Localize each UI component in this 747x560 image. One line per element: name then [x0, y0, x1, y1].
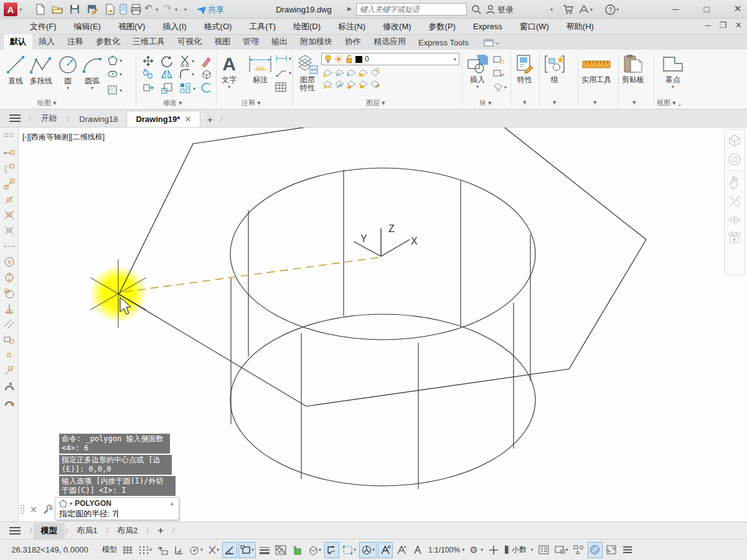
tab-layout2[interactable]: 布局2	[110, 523, 145, 539]
properties-button[interactable]: 特性	[514, 54, 535, 84]
zoom-extents-icon[interactable]	[727, 194, 742, 208]
ribbon-tab-home[interactable]: 默认	[4, 34, 32, 50]
layer-tool-row-2[interactable]	[322, 80, 380, 89]
ribbon-tab-annotate[interactable]: 注释	[61, 34, 90, 50]
command-line[interactable]: ▾ POLYGON ▲ 指定圆的半径: 7	[55, 497, 179, 520]
tab-drawing19[interactable]: Drawing19* ✕	[126, 111, 200, 127]
dynamic-ucs-icon[interactable]	[324, 542, 339, 558]
menu-modify[interactable]: 修改(M)	[374, 19, 420, 35]
redo-caret-icon[interactable]: ▾	[175, 7, 177, 12]
group-panel-label[interactable]: ▾	[553, 98, 557, 106]
ribbon-display-toggle-icon[interactable]	[484, 39, 500, 50]
tab-close-icon[interactable]: ✕	[184, 114, 191, 124]
command-options-caret-icon[interactable]: ▾	[70, 501, 72, 506]
annotation-scale-value[interactable]: 1:1/100% ▾	[426, 542, 466, 558]
tab-layout1[interactable]: 布局1	[69, 523, 105, 539]
ortho-mode-icon[interactable]	[171, 542, 186, 558]
snap-quadrant-icon[interactable]	[2, 270, 17, 285]
layer-properties-button[interactable]: 图层特性	[296, 54, 319, 92]
polar-tracking-icon[interactable]: ▾	[187, 542, 205, 558]
block-attributes-button[interactable]: ▾	[493, 82, 507, 92]
base-flyout-caret-icon[interactable]: ▾	[672, 84, 674, 90]
draw-panel-label[interactable]: 绘图 ▾	[37, 98, 57, 108]
snap-mode-icon[interactable]: ▾	[136, 542, 154, 558]
new-layout-button[interactable]: +	[150, 522, 171, 539]
search-input[interactable]	[356, 3, 467, 16]
menu-tools[interactable]: 工具(T)	[240, 19, 284, 35]
sign-in-label[interactable]: 登录	[497, 4, 514, 16]
snap-node-icon[interactable]	[2, 348, 17, 363]
table-button[interactable]	[275, 82, 286, 92]
isolate-objects-icon[interactable]	[571, 542, 586, 558]
circle-flyout-caret-icon[interactable]: ▾	[67, 85, 69, 91]
selection-filter-icon[interactable]: ▾	[341, 542, 358, 558]
print-icon[interactable]	[128, 2, 143, 17]
modify-panel-label[interactable]: 修改 ▾	[163, 98, 182, 108]
properties-panel-label[interactable]: ▾	[523, 98, 527, 106]
menu-parametric[interactable]: 参数(P)	[420, 19, 464, 35]
stretch-button[interactable]	[142, 82, 154, 93]
user-icon[interactable]	[483, 2, 498, 17]
utilities-panel-label[interactable]: ▾	[593, 98, 597, 106]
command-customize-wrench-icon[interactable]	[42, 504, 54, 515]
undo-icon[interactable]: ↶	[144, 2, 153, 14]
pan-hand-icon[interactable]	[727, 175, 742, 190]
save-icon[interactable]	[67, 2, 82, 17]
menu-window[interactable]: 窗口(W)	[511, 19, 558, 35]
snap-midpoint-icon[interactable]	[2, 177, 17, 192]
ribbon-tab-3dtools[interactable]: 三维工具	[126, 34, 171, 50]
close-button[interactable]: ✕	[727, 0, 747, 17]
app-store-cart-icon[interactable]	[560, 2, 575, 17]
selection-cycling-icon[interactable]	[289, 542, 304, 558]
help-caret-icon[interactable]: ▾	[616, 7, 619, 12]
offset-button[interactable]	[200, 82, 213, 93]
menu-express[interactable]: Express	[464, 19, 511, 34]
share-label[interactable]: 共享	[208, 4, 224, 16]
showmotion-icon[interactable]	[727, 231, 742, 245]
help-icon[interactable]: ?	[603, 2, 618, 17]
base-point-button[interactable]: 基点 ▾	[659, 54, 687, 90]
polyline-button[interactable]: 多段线	[29, 54, 54, 85]
snap-center-icon[interactable]	[2, 254, 17, 269]
customization-menu-icon[interactable]	[620, 542, 635, 558]
workspace-gear-icon[interactable]: ⚙ ▾	[467, 542, 485, 558]
move-button[interactable]	[142, 55, 154, 67]
arc-button[interactable]: 圆弧 ▾	[81, 54, 103, 91]
ribbon-tab-addins[interactable]: 附加模块	[294, 34, 339, 50]
steering-wheel-icon[interactable]	[727, 152, 742, 167]
gizmo-icon[interactable]: ▾	[359, 542, 377, 558]
new-file-icon[interactable]	[32, 2, 47, 17]
object-snap-icon[interactable]: ▾	[238, 542, 256, 558]
menu-draw[interactable]: 绘图(D)	[284, 19, 329, 35]
command-grip-icon[interactable]	[20, 505, 25, 515]
new-tab-button[interactable]: +	[200, 113, 219, 127]
menu-file[interactable]: 文件(F)	[21, 19, 65, 35]
snap-perpendicular-icon[interactable]	[2, 301, 17, 316]
snap-parallel-icon[interactable]	[2, 317, 17, 332]
recent-commands-icon[interactable]: ▲	[169, 500, 175, 506]
menu-help[interactable]: 帮助(H)	[558, 19, 603, 35]
autotrack-angle-icon[interactable]	[222, 542, 237, 558]
arc-flyout-caret-icon[interactable]: ▾	[91, 85, 93, 91]
snap-tangent-icon[interactable]	[2, 286, 17, 301]
dimension-button[interactable]: 标注	[248, 54, 273, 84]
rotate-button[interactable]	[161, 55, 173, 67]
erase-button[interactable]	[200, 55, 213, 67]
tracking-point-icon[interactable]	[2, 130, 17, 145]
annotation-scale-icon[interactable]	[410, 542, 425, 558]
orbit-icon[interactable]	[727, 212, 742, 227]
osnap-settings-icon[interactable]	[2, 394, 17, 409]
annotation-visibility-icon[interactable]	[378, 542, 393, 558]
text-flyout-caret-icon[interactable]: ▾	[228, 84, 230, 90]
polygon-button[interactable]: ▾	[107, 55, 122, 66]
undo-caret-icon[interactable]: ▾	[156, 7, 158, 12]
app-logo[interactable]: A	[4, 2, 17, 16]
layers-panel-label[interactable]: 图层 ▾	[366, 98, 385, 108]
group-button[interactable]: 组	[543, 54, 566, 84]
mdi-restore-button[interactable]: ❐	[719, 21, 726, 30]
annotation-panel-label[interactable]: 注释 ▾	[242, 98, 261, 108]
snap-endpoint-icon[interactable]	[2, 161, 17, 176]
trim-button[interactable]: ▾	[179, 55, 194, 67]
mirror-button[interactable]	[161, 68, 173, 80]
view-panel-label[interactable]: 视图 ▾ ⌟	[657, 98, 681, 108]
